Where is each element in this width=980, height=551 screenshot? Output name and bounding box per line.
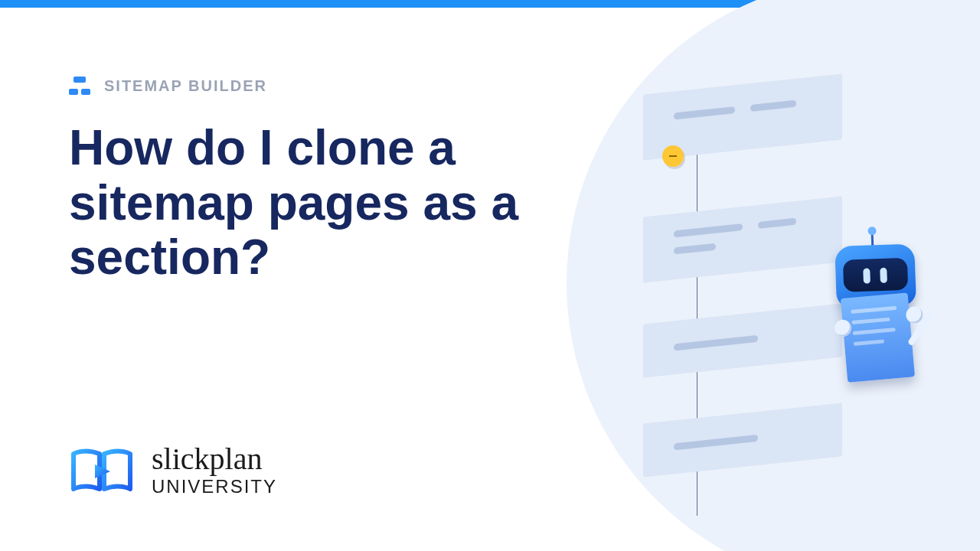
book-play-icon xyxy=(69,446,135,495)
slide-stage: SITEMAP BUILDER How do I clone a sitemap… xyxy=(0,8,980,551)
sitemap-illustration xyxy=(605,69,926,528)
illus-card xyxy=(643,403,842,477)
brand-footer: slickplan UNIVERSITY xyxy=(69,444,277,497)
brand-text: slickplan UNIVERSITY xyxy=(152,444,277,497)
robot-mascot-icon xyxy=(808,243,952,416)
content-block: SITEMAP BUILDER How do I clone a sitemap… xyxy=(69,77,544,285)
brand-subtitle: UNIVERSITY xyxy=(152,476,277,497)
eyebrow-label: SITEMAP BUILDER xyxy=(104,77,267,95)
brand-name: slickplan xyxy=(152,444,277,474)
collapse-node-icon xyxy=(662,145,684,167)
page-title: How do I clone a sitemap pages as a sect… xyxy=(69,121,544,285)
eyebrow-row: SITEMAP BUILDER xyxy=(69,77,544,95)
sitemap-icon xyxy=(69,77,90,95)
